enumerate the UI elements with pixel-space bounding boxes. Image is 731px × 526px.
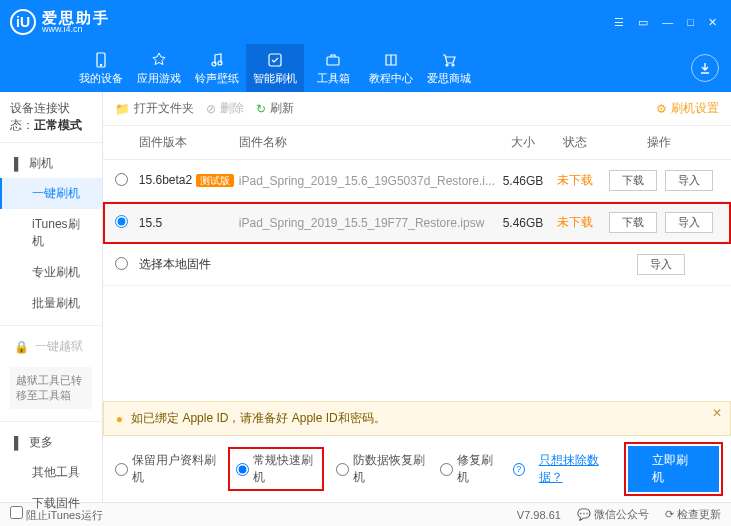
phone-icon: ▌	[14, 157, 23, 171]
option-keep-data[interactable]: 保留用户资料刷机	[115, 452, 216, 486]
download-manager-button[interactable]	[691, 54, 719, 82]
version-label: V7.98.61	[517, 509, 561, 521]
sidebar-item-batch-flash[interactable]: 批量刷机	[0, 288, 102, 319]
import-button[interactable]: 导入	[637, 254, 685, 275]
option-label: 保留用户资料刷机	[132, 452, 216, 486]
sidebar-item-other-tools[interactable]: 其他工具	[0, 457, 102, 488]
wechat-link[interactable]: 💬 微信公众号	[577, 507, 649, 522]
close-icon[interactable]: ✕	[704, 14, 721, 31]
refresh-button[interactable]: ↻刷新	[256, 100, 294, 117]
svg-point-1	[100, 64, 101, 65]
nav-apps[interactable]: 应用游戏	[130, 44, 188, 92]
menu-icon[interactable]: ☰	[610, 14, 628, 31]
check-update-link[interactable]: ⟳ 检查更新	[665, 507, 721, 522]
btn-label: 删除	[220, 100, 244, 117]
nav-flash[interactable]: 智能刷机	[246, 44, 304, 92]
row-size: 5.46GB	[495, 216, 551, 230]
flash-options-bar: 保留用户资料刷机 常规快速刷机 防数据恢复刷机 修复刷机 ? 只想抹除数据？ 立…	[103, 436, 731, 502]
banner-close-icon[interactable]: ✕	[712, 406, 722, 420]
row-state: 未下载	[551, 214, 599, 231]
nav-label: 工具箱	[317, 71, 350, 86]
row-size: 5.46GB	[495, 174, 551, 188]
title-bar: iU 爱思助手 www.i4.cn ☰ ▭ — □ ✕	[0, 0, 731, 44]
nav-ringtones[interactable]: 铃声壁纸	[188, 44, 246, 92]
update-icon: ⟳	[665, 508, 674, 520]
lock-icon[interactable]: ▭	[634, 14, 652, 31]
header-size: 大小	[495, 134, 551, 151]
row-state: 未下载	[551, 172, 599, 189]
sidebar-item-pro-flash[interactable]: 专业刷机	[0, 257, 102, 288]
app-brand-name: 爱思助手	[42, 10, 110, 25]
sidebar: 设备连接状态：正常模式 ▌ 刷机 一键刷机 iTunes刷机 专业刷机 批量刷机…	[0, 92, 103, 502]
flash-icon	[266, 51, 284, 69]
local-firmware-row[interactable]: 选择本地固件 导入	[103, 244, 731, 286]
row-radio[interactable]	[115, 257, 128, 270]
nav-label: 我的设备	[79, 71, 123, 86]
group-label: 一键越狱	[35, 338, 83, 355]
more-icon: ▌	[14, 436, 23, 450]
beta-tag: 测试版	[196, 174, 234, 187]
btn-label: 刷新	[270, 100, 294, 117]
book-icon	[382, 51, 400, 69]
warning-icon: ●	[116, 412, 123, 426]
btn-label: 刷机设置	[671, 100, 719, 117]
svg-point-7	[452, 64, 454, 66]
flash-settings-button[interactable]: ⚙刷机设置	[656, 100, 719, 117]
app-brand-url: www.i4.cn	[42, 25, 110, 34]
maximize-icon[interactable]: □	[683, 14, 698, 31]
svg-rect-4	[269, 54, 281, 66]
device-icon	[92, 51, 110, 69]
svg-point-6	[446, 64, 448, 66]
row-name: iPad_Spring_2019_15.5_19F77_Restore.ipsw	[239, 216, 495, 230]
info-icon[interactable]: ?	[513, 463, 525, 476]
link-label: 微信公众号	[594, 508, 649, 520]
start-flash-button[interactable]: 立即刷机	[628, 446, 719, 492]
row-radio[interactable]	[115, 173, 128, 186]
banner-text: 如已绑定 Apple ID，请准备好 Apple ID和密码。	[131, 410, 386, 427]
download-button[interactable]: 下载	[609, 170, 657, 191]
sidebar-item-itunes-flash[interactable]: iTunes刷机	[0, 209, 102, 257]
window-controls: ☰ ▭ — □ ✕	[610, 14, 721, 31]
svg-rect-5	[327, 57, 339, 65]
delete-button[interactable]: ⊘删除	[206, 100, 244, 117]
music-icon	[208, 51, 226, 69]
sidebar-item-oneclick-flash[interactable]: 一键刷机	[0, 178, 102, 209]
device-status: 设备连接状态：正常模式	[0, 92, 102, 143]
import-button[interactable]: 导入	[665, 212, 713, 233]
open-folder-button[interactable]: 📁打开文件夹	[115, 100, 194, 117]
option-label: 修复刷机	[457, 452, 498, 486]
download-button[interactable]: 下载	[609, 212, 657, 233]
option-normal-flash[interactable]: 常规快速刷机	[230, 449, 322, 489]
row-radio[interactable]	[115, 215, 128, 228]
option-label: 常规快速刷机	[253, 452, 316, 486]
minimize-icon[interactable]: —	[658, 14, 677, 31]
nav-my-device[interactable]: 我的设备	[72, 44, 130, 92]
block-itunes-checkbox[interactable]: 阻止iTunes运行	[10, 506, 103, 523]
nav-tutorial[interactable]: 教程中心	[362, 44, 420, 92]
option-repair[interactable]: 修复刷机	[440, 452, 498, 486]
option-antirecovery[interactable]: 防数据恢复刷机	[336, 452, 427, 486]
header-state: 状态	[551, 134, 599, 151]
sidebar-group-flash[interactable]: ▌ 刷机	[0, 149, 102, 178]
nav-toolbox[interactable]: 工具箱	[304, 44, 362, 92]
jailbreak-moved-note: 越狱工具已转移至工具箱	[10, 367, 92, 409]
row-label: 选择本地固件	[139, 256, 317, 273]
erase-only-link[interactable]: 只想抹除数据？	[539, 452, 614, 486]
sidebar-group-jailbreak[interactable]: 🔒 一键越狱	[0, 332, 102, 361]
status-value: 正常模式	[34, 118, 82, 132]
group-label: 刷机	[29, 155, 53, 172]
import-button[interactable]: 导入	[665, 170, 713, 191]
firmware-row[interactable]: 15.6beta2测试版 iPad_Spring_2019_15.6_19G50…	[103, 160, 731, 202]
table-header: 固件版本 固件名称 大小 状态 操作	[103, 126, 731, 160]
delete-icon: ⊘	[206, 102, 216, 116]
content-area: 📁打开文件夹 ⊘删除 ↻刷新 ⚙刷机设置 固件版本 固件名称 大小 状态 操作 …	[103, 92, 731, 502]
sidebar-group-more[interactable]: ▌ 更多	[0, 428, 102, 457]
option-label: 防数据恢复刷机	[353, 452, 427, 486]
link-label: 检查更新	[677, 508, 721, 520]
firmware-row-selected[interactable]: 15.5 iPad_Spring_2019_15.5_19F77_Restore…	[103, 202, 731, 244]
checkbox-label: 阻止iTunes运行	[26, 509, 103, 521]
lock-icon: 🔒	[14, 340, 29, 354]
nav-store[interactable]: 爱思商城	[420, 44, 478, 92]
group-label: 更多	[29, 434, 53, 451]
apps-icon	[150, 51, 168, 69]
